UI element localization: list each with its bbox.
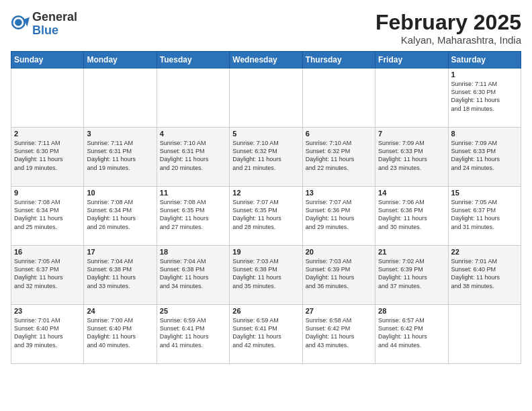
day-info: Sunrise: 7:10 AM Sunset: 6:32 PM Dayligh… [306,139,372,172]
calendar-cell: 5Sunrise: 7:10 AM Sunset: 6:32 PM Daylig… [230,128,302,187]
day-header-wednesday: Wednesday [230,52,302,68]
day-header-friday: Friday [375,52,448,68]
calendar-cell: 20Sunrise: 7:03 AM Sunset: 6:39 PM Dayli… [302,246,375,305]
calendar-cell: 22Sunrise: 7:01 AM Sunset: 6:40 PM Dayli… [448,246,521,305]
day-number: 1 [451,71,518,79]
day-info: Sunrise: 7:10 AM Sunset: 6:31 PM Dayligh… [160,139,226,172]
calendar-cell: 23Sunrise: 7:01 AM Sunset: 6:40 PM Dayli… [11,305,84,364]
day-header-sunday: Sunday [11,52,84,68]
calendar-cell: 18Sunrise: 7:04 AM Sunset: 6:38 PM Dayli… [157,246,229,305]
location-subtitle: Kalyan, Maharashtra, India [375,34,521,46]
day-number: 13 [306,189,372,197]
week-row-5: 23Sunrise: 7:01 AM Sunset: 6:40 PM Dayli… [11,305,521,364]
day-number: 15 [451,189,518,197]
calendar-cell: 19Sunrise: 7:03 AM Sunset: 6:38 PM Dayli… [230,246,302,305]
day-number: 7 [378,130,445,138]
logo-general-text: General [32,10,77,24]
calendar-table: SundayMondayTuesdayWednesdayThursdayFrid… [11,51,521,364]
day-info: Sunrise: 7:03 AM Sunset: 6:38 PM Dayligh… [232,257,299,290]
day-info: Sunrise: 7:01 AM Sunset: 6:40 PM Dayligh… [14,316,81,349]
calendar-cell: 2Sunrise: 7:11 AM Sunset: 6:30 PM Daylig… [11,128,84,187]
week-row-4: 16Sunrise: 7:05 AM Sunset: 6:37 PM Dayli… [11,246,521,305]
calendar-cell: 21Sunrise: 7:02 AM Sunset: 6:39 PM Dayli… [375,246,448,305]
calendar-cell: 10Sunrise: 7:08 AM Sunset: 6:34 PM Dayli… [84,187,157,246]
calendar-cell: 25Sunrise: 6:59 AM Sunset: 6:41 PM Dayli… [157,305,229,364]
calendar-cell: 17Sunrise: 7:04 AM Sunset: 6:38 PM Dayli… [84,246,157,305]
calendar-body: 1Sunrise: 7:11 AM Sunset: 6:30 PM Daylig… [11,68,521,364]
day-info: Sunrise: 7:05 AM Sunset: 6:37 PM Dayligh… [451,198,518,231]
day-number: 20 [306,248,372,256]
calendar-cell: 12Sunrise: 7:07 AM Sunset: 6:35 PM Dayli… [230,187,302,246]
calendar-cell [448,305,521,364]
calendar-cell: 11Sunrise: 7:08 AM Sunset: 6:35 PM Dayli… [157,187,229,246]
page-header: General Blue February 2025 Kalyan, Mahar… [11,11,521,46]
day-info: Sunrise: 7:07 AM Sunset: 6:36 PM Dayligh… [306,198,372,231]
calendar-cell: 9Sunrise: 7:08 AM Sunset: 6:34 PM Daylig… [11,187,84,246]
calendar-cell: 3Sunrise: 7:11 AM Sunset: 6:31 PM Daylig… [84,128,157,187]
day-number: 11 [160,189,226,197]
day-number: 17 [87,248,153,256]
calendar-cell [11,68,84,128]
day-header-thursday: Thursday [302,52,375,68]
day-number: 10 [87,189,153,197]
day-number: 27 [306,307,372,315]
day-number: 3 [87,130,153,138]
logo: General Blue [11,11,77,38]
day-info: Sunrise: 7:07 AM Sunset: 6:35 PM Dayligh… [232,198,299,231]
day-info: Sunrise: 7:11 AM Sunset: 6:30 PM Dayligh… [14,139,81,172]
calendar-cell: 4Sunrise: 7:10 AM Sunset: 6:31 PM Daylig… [157,128,229,187]
calendar-cell: 8Sunrise: 7:09 AM Sunset: 6:33 PM Daylig… [448,128,521,187]
calendar-cell: 14Sunrise: 7:06 AM Sunset: 6:36 PM Dayli… [375,187,448,246]
week-row-1: 1Sunrise: 7:11 AM Sunset: 6:30 PM Daylig… [11,68,521,128]
calendar-cell [84,68,157,128]
day-info: Sunrise: 7:11 AM Sunset: 6:30 PM Dayligh… [451,80,518,113]
day-header-saturday: Saturday [448,52,521,68]
calendar-cell [230,68,302,128]
day-number: 5 [232,130,299,138]
day-number: 2 [14,130,81,138]
month-title: February 2025 [375,11,521,34]
calendar-cell: 13Sunrise: 7:07 AM Sunset: 6:36 PM Dayli… [302,187,375,246]
day-number: 21 [378,248,445,256]
calendar-cell [157,68,229,128]
calendar-cell: 27Sunrise: 6:58 AM Sunset: 6:42 PM Dayli… [302,305,375,364]
day-info: Sunrise: 7:11 AM Sunset: 6:31 PM Dayligh… [87,139,153,172]
day-header-tuesday: Tuesday [157,52,229,68]
day-number: 8 [451,130,518,138]
day-number: 28 [378,307,445,315]
day-number: 22 [451,248,518,256]
day-info: Sunrise: 6:59 AM Sunset: 6:41 PM Dayligh… [160,316,226,349]
day-info: Sunrise: 7:00 AM Sunset: 6:40 PM Dayligh… [87,316,153,349]
day-info: Sunrise: 7:04 AM Sunset: 6:38 PM Dayligh… [160,257,226,290]
calendar-cell: 28Sunrise: 6:57 AM Sunset: 6:42 PM Dayli… [375,305,448,364]
week-row-2: 2Sunrise: 7:11 AM Sunset: 6:30 PM Daylig… [11,128,521,187]
day-info: Sunrise: 7:08 AM Sunset: 6:34 PM Dayligh… [14,198,81,231]
calendar-cell: 7Sunrise: 7:09 AM Sunset: 6:33 PM Daylig… [375,128,448,187]
day-number: 18 [160,248,226,256]
calendar-cell: 24Sunrise: 7:00 AM Sunset: 6:40 PM Dayli… [84,305,157,364]
day-number: 23 [14,307,81,315]
day-info: Sunrise: 7:02 AM Sunset: 6:39 PM Dayligh… [378,257,445,290]
day-info: Sunrise: 7:10 AM Sunset: 6:32 PM Dayligh… [232,139,299,172]
day-number: 4 [160,130,226,138]
day-number: 24 [87,307,153,315]
calendar-header: SundayMondayTuesdayWednesdayThursdayFrid… [11,52,521,68]
day-info: Sunrise: 6:57 AM Sunset: 6:42 PM Dayligh… [378,316,445,349]
day-info: Sunrise: 6:58 AM Sunset: 6:42 PM Dayligh… [306,316,372,349]
day-header-monday: Monday [84,52,157,68]
day-number: 14 [378,189,445,197]
day-info: Sunrise: 7:04 AM Sunset: 6:38 PM Dayligh… [87,257,153,290]
logo-blue-text: Blue [32,24,58,37]
day-info: Sunrise: 6:59 AM Sunset: 6:41 PM Dayligh… [232,316,299,349]
title-area: February 2025 Kalyan, Maharashtra, India [375,11,521,46]
calendar-cell [302,68,375,128]
day-info: Sunrise: 7:08 AM Sunset: 6:34 PM Dayligh… [87,198,153,231]
day-header-row: SundayMondayTuesdayWednesdayThursdayFrid… [11,52,521,68]
day-info: Sunrise: 7:09 AM Sunset: 6:33 PM Dayligh… [378,139,445,172]
day-number: 25 [160,307,226,315]
day-info: Sunrise: 7:01 AM Sunset: 6:40 PM Dayligh… [451,257,518,290]
svg-point-2 [15,19,22,26]
day-number: 19 [232,248,299,256]
calendar-cell: 16Sunrise: 7:05 AM Sunset: 6:37 PM Dayli… [11,246,84,305]
day-info: Sunrise: 7:09 AM Sunset: 6:33 PM Dayligh… [451,139,518,172]
